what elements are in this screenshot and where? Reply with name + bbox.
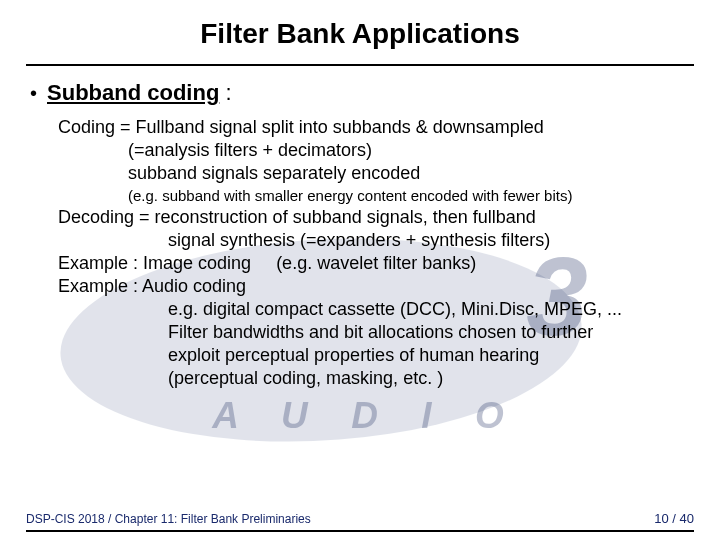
decoding-line-2: signal synthesis (=expanders + synthesis… (58, 229, 694, 252)
footer: DSP-CIS 2018 / Chapter 11: Filter Bank P… (26, 511, 694, 526)
divider-top (26, 64, 694, 66)
example2-line-2: Filter bandwidths and bit allocations ch… (58, 321, 694, 344)
bullet-dot-icon: • (30, 83, 37, 103)
footer-left: DSP-CIS 2018 / Chapter 11: Filter Bank P… (26, 512, 311, 526)
coding-line-3: subband signals separately encoded (58, 162, 694, 185)
slide-title: Filter Bank Applications (0, 0, 720, 64)
bullet-colon: : (219, 80, 231, 105)
example-audio-coding: Example : Audio coding (58, 275, 694, 298)
body: • Subband coding : Coding = Fullband sig… (0, 80, 720, 390)
bullet-heading: Subband coding (47, 80, 219, 105)
slide: 3 A U D I O Filter Bank Applications • S… (0, 0, 720, 540)
example1-eg: (e.g. wavelet filter banks) (276, 253, 476, 273)
example2-line-4: (perceptual coding, masking, etc. ) (58, 367, 694, 390)
example2-line-1: e.g. digital compact cassette (DCC), Min… (58, 298, 694, 321)
content: Filter Bank Applications • Subband codin… (0, 0, 720, 390)
example1-label: Example : Image coding (58, 253, 251, 273)
divider-bottom (26, 530, 694, 532)
example2-line-3: exploit perceptual properties of human h… (58, 344, 694, 367)
coding-line-1: Coding = Fullband signal split into subb… (58, 116, 694, 139)
watermark-audio: A U D I O (211, 395, 520, 436)
decoding-line-1: Decoding = reconstruction of subband sig… (58, 206, 694, 229)
example-image-coding: Example : Image coding (e.g. wavelet fil… (58, 252, 694, 275)
coding-note: (e.g. subband with smaller energy conten… (58, 187, 694, 204)
footer-block: DSP-CIS 2018 / Chapter 11: Filter Bank P… (0, 530, 720, 540)
bullet-heading-row: • Subband coding : (30, 80, 694, 106)
coding-line-2: (=analysis filters + decimators) (58, 139, 694, 162)
page-number: 10 / 40 (654, 511, 694, 526)
